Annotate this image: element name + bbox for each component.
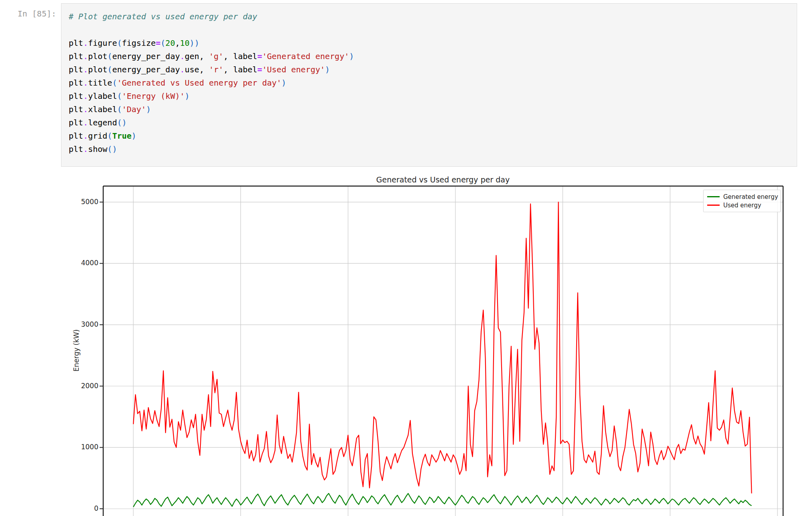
notebook-page: In [85]: # Plot generated vs used energy… <box>0 0 812 516</box>
code-cell[interactable]: In [85]: # Plot generated vs used energy… <box>0 3 812 167</box>
code-input-area[interactable]: # Plot generated vs used energy per day … <box>61 3 797 167</box>
y-tick-label: 5000 <box>70 198 98 206</box>
y-tick-label: 3000 <box>70 320 98 328</box>
code-line: plt.grid(True) <box>69 129 790 143</box>
code-line <box>69 23 790 37</box>
code-line: plt.legend() <box>69 116 790 129</box>
code-line: plt.show() <box>69 143 790 156</box>
y-tick-label: 0 <box>70 504 98 512</box>
code-line: plt.plot(energy_per_day.use, 'r', label=… <box>69 63 790 76</box>
series-line-used-energy <box>133 202 752 493</box>
legend-line-sample-red <box>707 205 720 206</box>
legend-label: Generated energy <box>723 193 778 201</box>
legend-label: Used energy <box>723 202 761 209</box>
code-line: plt.figure(figsize=(20,10)) <box>69 37 790 50</box>
code-line: plt.xlabel('Day') <box>69 103 790 116</box>
code-line: # Plot generated vs used energy per day <box>69 10 790 23</box>
code-line: plt.plot(energy_per_day.gen, 'g', label=… <box>69 50 790 63</box>
input-prompt: In [85]: <box>0 3 61 18</box>
chart-legend: Generated energy Used energy <box>703 190 781 212</box>
chart-title: Generated vs Used energy per day <box>322 175 563 184</box>
y-axis-label: Energy (kW) <box>72 322 80 379</box>
legend-line-sample-green <box>707 196 720 197</box>
python-code[interactable]: # Plot generated vs used energy per day … <box>69 10 790 156</box>
y-tick-label: 4000 <box>70 259 98 267</box>
legend-item-used: Used energy <box>707 201 777 209</box>
y-tick-label: 1000 <box>70 443 98 451</box>
code-line: plt.ylabel('Energy (kW)') <box>69 90 790 103</box>
legend-item-generated: Generated energy <box>707 192 777 201</box>
y-tick-label: 2000 <box>70 382 98 390</box>
series-line-generated-energy <box>133 493 752 507</box>
code-line: plt.title('Generated vs Used energy per … <box>69 76 790 90</box>
